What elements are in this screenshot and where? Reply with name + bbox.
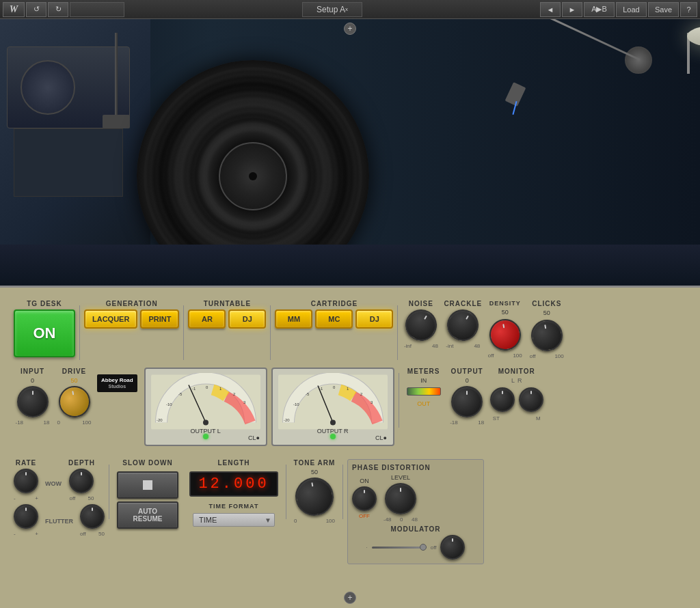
modulator-knob[interactable] [440,535,465,559]
tone-arm-value: 50 [311,469,318,475]
drive-section: DRIVE 50 0 100 [55,368,93,426]
modulator-max: off [431,544,437,551]
wow-rate-section: RATE - + [14,459,38,501]
modulator-slider-thumb[interactable] [420,544,427,551]
phase-level-min: -48 [383,516,392,523]
crackle-max: 48 [474,343,480,349]
next-button[interactable]: ► [562,2,582,17]
cartridge-dj-button[interactable]: DJ [355,309,393,329]
tone-arm-section: TONE ARM 50 0 100 [291,459,338,524]
generation-section: GENERATION LACQUER PRINT [84,300,179,329]
output-knob[interactable] [451,386,483,417]
waves-logo-btn[interactable]: W [3,2,25,17]
save-button[interactable]: Save [648,2,679,17]
phase-level-label: LEVEL [391,474,410,481]
load-button[interactable]: Load [616,2,647,17]
monitor-knobs [490,387,543,412]
monitor-l-knob[interactable] [490,387,515,412]
abbey-road-logo: Abbey Road Studios [97,374,137,392]
plus-bottom-button[interactable]: + [344,592,356,604]
input-label: INPUT [21,368,44,375]
clicks-knob[interactable] [528,317,565,353]
redo-button[interactable]: ↻ [48,2,68,17]
input-knob[interactable] [17,386,49,417]
wow-rate-max: + [35,495,38,501]
tone-arm-knob[interactable] [293,475,337,519]
drive-knob[interactable] [56,383,92,419]
vu-right-section: -20 -10 -5 -1 0 1 2 3 OUTPUT R CL● [271,368,394,446]
monitor-r-knob[interactable] [519,387,543,412]
phase-level-knob[interactable] [385,483,416,514]
wow-rate-depth: RATE - + WOW DEPTH off 50 [14,459,105,501]
phase-on-label: ON [360,478,369,484]
vinyl-label [219,142,287,210]
wow-rate-label: RATE [16,459,36,467]
flutter-depth-knob[interactable] [80,504,105,529]
crackle-min: -int [446,343,453,349]
cartridge-label: CARTRIDGE [311,300,358,307]
lathe-arm [96,33,137,169]
time-format-select[interactable]: TIME [193,513,275,527]
time-format-dropdown-wrapper: TIME ▼ [193,513,275,527]
crackle-section: CRACKLE -int 48 [444,300,482,349]
input-value: 0 [31,377,34,384]
input-min: -18 [16,419,24,426]
monitor-l: L [511,377,515,384]
flutter-rate-depth: - + FLUTTER off 50 [14,504,105,537]
phase-on-knob[interactable] [352,486,377,511]
setup-title[interactable]: Setup Ax [302,2,362,17]
slowdown-stop-button[interactable] [117,471,178,499]
undo-button[interactable]: ↺ [26,2,46,17]
on-button[interactable]: ON [14,309,75,357]
tg-desk-label: TG DESK [27,300,62,307]
lacquer-button[interactable]: LACQUER [84,309,137,329]
ar-button[interactable]: AR [188,309,226,329]
output-min: -18 [450,419,458,426]
sep1 [79,305,80,360]
modulator-controls: · off [366,535,466,559]
flutter-rate-section: - + [14,504,38,537]
ab-button[interactable]: A▶B [584,2,615,17]
mm-button[interactable]: MM [275,309,312,329]
sep8 [342,465,343,519]
plus-top-button[interactable]: + [344,23,356,35]
auto-resume-button[interactable]: AUTO RESUME [117,501,178,529]
lathe-arm-head [103,115,130,128]
noise-max: 48 [432,343,438,349]
flutter-rate-knob[interactable] [14,504,38,529]
top-controls-row: TG DESK ON GENERATION LACQUER PRINT TURN… [14,300,686,365]
drive-value: 50 [70,377,77,384]
density-section: DENSITY 50 off 100 [486,300,524,359]
print-button[interactable]: PRINT [140,309,179,329]
tonearm-area [495,40,666,258]
sep5 [399,373,399,428]
help-button[interactable]: ? [680,2,697,17]
vu-meter-left: -20 -10 -5 -1 0 1 2 3 OUTPUT L CL● [144,368,267,446]
meters-section: METERS IN OUT [403,368,444,407]
abbey-road-text2: Studios [109,384,126,389]
mc-button[interactable]: MC [315,309,353,329]
stop-icon [143,480,152,490]
density-knob[interactable] [487,316,523,353]
crackle-knob[interactable] [442,304,485,347]
crackle-label: CRACKLE [444,300,482,307]
sep2 [183,305,184,360]
sep6 [109,465,109,519]
modulator-slider-track [372,547,427,549]
noise-min: -inf [404,343,412,349]
flutter-rate-min: - [14,531,16,537]
sep7 [286,465,286,519]
wow-label: WOW [45,480,62,487]
phase-distortion-label: PHASE DISTORTION [352,464,479,471]
drive-max: 100 [82,419,91,426]
vinyl-area: Waves DJ + [0,19,700,286]
dj-button[interactable]: DJ [228,309,266,329]
vinyl-hole [249,172,257,180]
noise-knob[interactable] [399,304,442,347]
prev-button[interactable]: ◄ [540,2,561,17]
flutter-depth-max: 50 [98,531,105,537]
wow-depth-knob[interactable] [69,469,94,493]
wow-rate-knob[interactable] [14,469,38,493]
svg-text:-10: -10 [166,402,172,406]
flutter-rate-max: + [35,531,38,537]
